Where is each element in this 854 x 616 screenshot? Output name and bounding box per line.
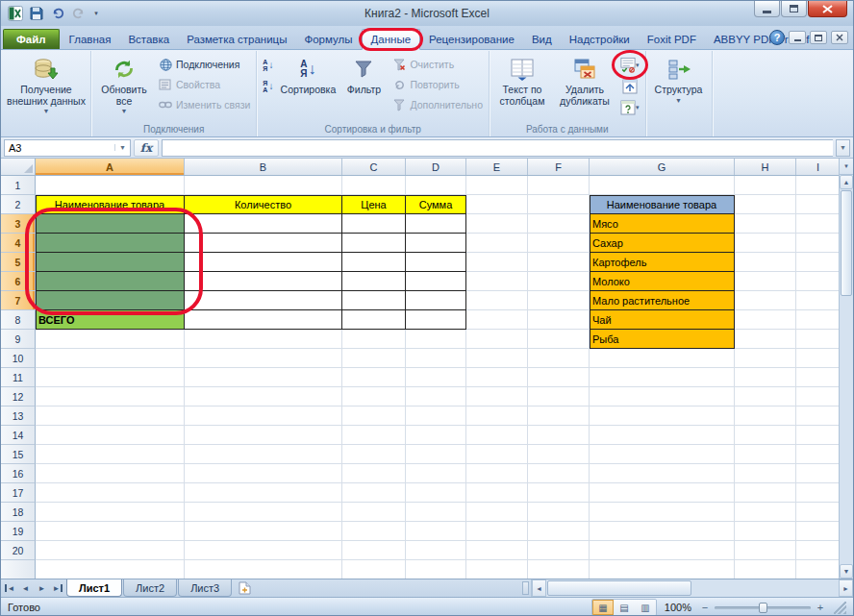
column-header-G[interactable]: G <box>590 159 735 175</box>
cell-A13[interactable] <box>36 407 185 426</box>
cell-A3[interactable] <box>36 214 185 234</box>
cell-C1[interactable] <box>342 176 406 195</box>
sort-button[interactable]: АЯ ↓ Сортировка <box>277 52 339 123</box>
cell-A2[interactable]: Наименование товара <box>36 195 185 214</box>
cell-H20[interactable] <box>735 541 796 560</box>
cell-F8[interactable] <box>528 310 590 330</box>
cell-E1[interactable] <box>466 176 528 195</box>
name-box[interactable]: A3 ▼ <box>4 139 131 157</box>
cell-I10[interactable] <box>796 349 841 368</box>
cell-F2[interactable] <box>528 195 590 214</box>
cell-G17[interactable] <box>590 483 735 503</box>
cell-G19[interactable] <box>590 522 735 541</box>
what-if-analysis-button[interactable]: ▾ <box>617 97 642 117</box>
cell-B18[interactable] <box>185 503 342 522</box>
cell-F6[interactable] <box>528 272 590 291</box>
cell-G1[interactable] <box>590 176 735 195</box>
cell-A6[interactable] <box>36 272 185 291</box>
cell-D9[interactable] <box>406 330 466 349</box>
cell-E9[interactable] <box>466 330 528 349</box>
cell-E3[interactable] <box>466 214 528 234</box>
cell-I18[interactable] <box>796 503 841 522</box>
cell-A20[interactable] <box>36 541 185 560</box>
cell-I5[interactable] <box>796 253 841 272</box>
ribbon-tab-addins[interactable]: Надстройки <box>561 30 639 49</box>
cell-D1[interactable] <box>406 176 466 195</box>
edit-links-button[interactable]: Изменить связи <box>155 95 253 114</box>
cell-H13[interactable] <box>735 407 796 426</box>
cell-C5[interactable] <box>342 253 406 272</box>
formula-input[interactable] <box>162 139 833 157</box>
cell-I21[interactable] <box>796 560 841 579</box>
cell-D10[interactable] <box>406 349 466 368</box>
column-header-C[interactable]: C <box>342 159 406 175</box>
ribbon-tab-file[interactable]: Файл <box>3 29 60 49</box>
cell-B19[interactable] <box>185 522 342 541</box>
help-icon[interactable]: ? <box>769 30 785 45</box>
cell-F21[interactable] <box>528 560 590 579</box>
row-header-19[interactable]: 19 <box>1 522 36 541</box>
cell-I7[interactable] <box>796 291 841 310</box>
cell-C9[interactable] <box>342 330 406 349</box>
cell-D20[interactable] <box>406 541 466 560</box>
cell-A5[interactable] <box>36 253 185 272</box>
column-header-A[interactable]: A <box>36 159 185 175</box>
scrollbar-split-handle[interactable]: ▼ <box>840 159 853 175</box>
cell-D6[interactable] <box>406 272 466 291</box>
cell-H17[interactable] <box>735 483 796 503</box>
cell-B9[interactable] <box>185 330 342 349</box>
cell-F19[interactable] <box>528 522 590 541</box>
cell-I1[interactable] <box>796 176 841 195</box>
cell-G14[interactable] <box>590 426 735 445</box>
cell-E11[interactable] <box>466 368 528 387</box>
cell-A15[interactable] <box>36 445 185 464</box>
cell-F5[interactable] <box>528 253 590 272</box>
sort-descending-button[interactable]: ЯА ↓ <box>260 76 276 96</box>
redo-button[interactable] <box>70 5 88 22</box>
last-sheet-button[interactable]: ► <box>50 579 66 597</box>
cell-H6[interactable] <box>735 272 796 291</box>
cell-F7[interactable] <box>528 291 590 310</box>
cell-H7[interactable] <box>735 291 796 310</box>
cell-G20[interactable] <box>590 541 735 560</box>
cell-I20[interactable] <box>796 541 841 560</box>
cell-A9[interactable] <box>36 330 185 349</box>
properties-button[interactable]: Свойства <box>155 75 253 94</box>
cell-B17[interactable] <box>185 483 342 503</box>
horizontal-scroll-thumb[interactable] <box>547 580 691 596</box>
insert-function-button[interactable]: fx <box>134 139 159 157</box>
cell-A21[interactable] <box>36 560 185 579</box>
minimize-window-button[interactable] <box>754 1 780 17</box>
cell-E16[interactable] <box>466 464 528 483</box>
cell-C21[interactable] <box>342 560 406 579</box>
sheet-tab-3[interactable]: Лист3 <box>178 579 232 597</box>
row-header-14[interactable]: 14 <box>1 426 36 445</box>
cell-H19[interactable] <box>735 522 796 541</box>
cell-E6[interactable] <box>466 272 528 291</box>
cell-E8[interactable] <box>466 310 528 330</box>
column-header-H[interactable]: H <box>735 159 796 175</box>
advanced-filter-button[interactable]: Дополнительно <box>389 95 486 114</box>
clear-filter-button[interactable]: Очистить <box>389 55 486 74</box>
row-header-7[interactable]: 7 <box>1 291 36 310</box>
column-header-F[interactable]: F <box>528 159 590 175</box>
cell-G21[interactable] <box>590 560 735 579</box>
row-header-13[interactable]: 13 <box>1 407 36 426</box>
cell-C13[interactable] <box>342 407 406 426</box>
cell-F9[interactable] <box>528 330 590 349</box>
cell-G5[interactable]: Картофель <box>590 253 735 272</box>
text-to-columns-button[interactable]: Текст по столбцам <box>492 52 552 123</box>
sort-ascending-button[interactable]: АЯ ↓ <box>260 55 276 75</box>
cell-D5[interactable] <box>406 253 466 272</box>
sheet-tab-1[interactable]: Лист1 <box>66 579 122 597</box>
cell-I2[interactable] <box>796 195 841 214</box>
cell-H12[interactable] <box>735 387 796 407</box>
column-header-B[interactable]: B <box>185 159 342 175</box>
cell-A12[interactable] <box>36 387 185 407</box>
cell-B14[interactable] <box>185 426 342 445</box>
cell-C11[interactable] <box>342 368 406 387</box>
row-header-11[interactable]: 11 <box>1 368 36 387</box>
cell-D14[interactable] <box>406 426 466 445</box>
cell-H1[interactable] <box>735 176 796 195</box>
cell-B16[interactable] <box>185 464 342 483</box>
